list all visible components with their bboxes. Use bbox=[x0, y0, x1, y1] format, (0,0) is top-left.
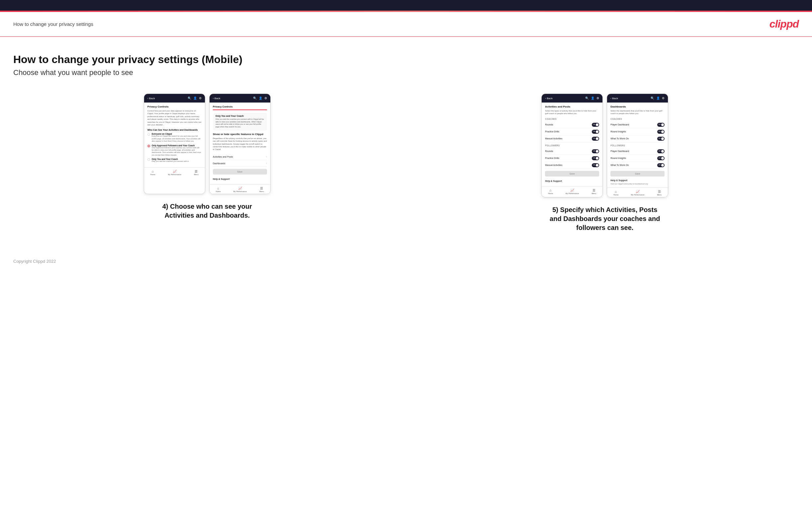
screen-3-back[interactable]: ‹ Back bbox=[545, 97, 553, 100]
search-icon-4[interactable]: 🔍 bbox=[651, 97, 654, 100]
nav-menu-4[interactable]: ☰ Menu bbox=[657, 190, 662, 196]
search-icon-3[interactable]: 🔍 bbox=[585, 97, 589, 100]
nav-home-label-1: Home bbox=[150, 174, 155, 175]
screen-1-back[interactable]: ‹ Back bbox=[147, 97, 155, 100]
toggle-switch-rounds-coaches[interactable]: ON bbox=[592, 123, 599, 127]
option-radio-everyone[interactable] bbox=[147, 133, 150, 136]
screen-3-save-btn[interactable]: Save bbox=[545, 171, 599, 176]
screen-4-back[interactable]: ‹ Back bbox=[610, 97, 618, 100]
toggle-switch-player-followers[interactable]: ON bbox=[657, 149, 665, 153]
toggle-switch-manual-followers[interactable]: ON bbox=[592, 163, 599, 167]
menu-label-dashboards: Dashboards bbox=[213, 162, 225, 165]
settings-icon-2[interactable]: ⚙ bbox=[264, 97, 267, 100]
screen-1: ‹ Back 🔍 👤 ⚙ Privacy Controls Control ho… bbox=[144, 94, 205, 194]
toggle-followers-drills[interactable]: Practice Drills ON bbox=[545, 155, 599, 162]
screen-3-coaches-label: COACHES bbox=[545, 118, 599, 120]
menu-icon-3: ☰ bbox=[593, 188, 596, 192]
toggle-switch-whattowork-coaches[interactable]: ON bbox=[657, 137, 665, 141]
toggle-switch-player-coaches[interactable]: ON bbox=[657, 123, 665, 127]
nav-home-2[interactable]: ⌂ Home bbox=[216, 186, 221, 192]
settings-icon-4[interactable]: ⚙ bbox=[662, 97, 665, 100]
screenshots-pair-2: ‹ Back 🔍 👤 ⚙ Activities and Posts Select… bbox=[541, 94, 668, 198]
toggle-label-whattowork-followers: What To Work On bbox=[610, 164, 629, 166]
menu-icon-4: ☰ bbox=[658, 190, 661, 193]
screen-1-section-desc: Control how you and your data appears to… bbox=[147, 110, 202, 126]
toggle-label-manual-coaches: Manual Activities bbox=[545, 137, 562, 140]
performance-icon-3: 📈 bbox=[570, 188, 574, 192]
nav-home-3[interactable]: ⌂ Home bbox=[548, 188, 553, 194]
screen-3-desc: Select the types of activity that you'd … bbox=[545, 110, 599, 115]
home-icon-2: ⌂ bbox=[217, 186, 219, 190]
screen-2-info-box: Only You and Your Coach Only you and the… bbox=[213, 113, 267, 130]
nav-menu-3[interactable]: ☰ Menu bbox=[592, 188, 596, 194]
menu-row-activities[interactable]: Activities and Posts › bbox=[213, 154, 267, 160]
settings-icon-3[interactable]: ⚙ bbox=[597, 97, 599, 100]
toggle-dash-coaches-roundinsights[interactable]: Round Insights ON bbox=[610, 128, 665, 135]
toggle-switch-whattowork-followers[interactable]: ON bbox=[657, 163, 665, 167]
toggle-coaches-rounds[interactable]: Rounds ON bbox=[545, 121, 599, 128]
profile-icon-3[interactable]: 👤 bbox=[591, 97, 595, 100]
nav-home-1[interactable]: ⌂ Home bbox=[150, 170, 155, 175]
nav-performance-1[interactable]: 📈 My Performance bbox=[168, 170, 181, 175]
option-row-everyone[interactable]: Everyone on Clippd Everyone on Clippd ca… bbox=[147, 133, 202, 143]
nav-menu-1[interactable]: ☰ Menu bbox=[194, 170, 199, 175]
search-icon[interactable]: 🔍 bbox=[188, 97, 191, 100]
screen-4-nav: ⌂ Home 📈 My Performance ☰ Menu bbox=[607, 187, 668, 197]
nav-home-4[interactable]: ⌂ Home bbox=[613, 190, 618, 196]
nav-menu-label-1: Menu bbox=[194, 174, 199, 175]
profile-icon-4[interactable]: 👤 bbox=[656, 97, 660, 100]
toggle-dash-coaches-whattowork[interactable]: What To Work On ON bbox=[610, 135, 665, 143]
toggle-dash-coaches-player[interactable]: Player Dashboard ON bbox=[610, 121, 665, 128]
page-subtitle: Choose what you want people to see bbox=[13, 68, 799, 77]
toggle-dash-followers-player[interactable]: Player Dashboard ON bbox=[610, 148, 665, 155]
toggle-label-drills-followers: Practice Drills bbox=[545, 157, 559, 159]
nav-performance-2[interactable]: 📈 My Performance bbox=[234, 186, 247, 192]
screen-2-back[interactable]: ‹ Back bbox=[213, 97, 220, 100]
logo: clippd bbox=[769, 18, 799, 30]
screen-2-save-btn[interactable]: Save bbox=[213, 169, 267, 174]
nav-home-label-4: Home bbox=[613, 194, 618, 196]
option-onlyyou-text: Only You and Your Coach Only you and the… bbox=[152, 158, 189, 163]
toggle-label-whattowork-coaches: What To Work On bbox=[610, 137, 629, 140]
screen-4-save-btn[interactable]: Save bbox=[610, 171, 665, 176]
profile-icon-2[interactable]: 👤 bbox=[259, 97, 262, 100]
profile-icon[interactable]: 👤 bbox=[193, 97, 197, 100]
nav-performance-label-3: My Performance bbox=[566, 192, 579, 194]
option-row-approved[interactable]: Only Approved Followers and Your Coach O… bbox=[147, 144, 202, 157]
toggle-switch-rounds-followers[interactable]: ON bbox=[592, 149, 599, 153]
toggle-switch-manual-coaches[interactable]: ON bbox=[592, 137, 599, 141]
toggle-switch-drills-coaches[interactable]: ON bbox=[592, 130, 599, 134]
toggle-switch-roundinsights-followers[interactable]: ON bbox=[657, 156, 665, 160]
screen-3-followers-label: FOLLOWERS bbox=[545, 144, 599, 147]
screen-3: ‹ Back 🔍 👤 ⚙ Activities and Posts Select… bbox=[541, 94, 603, 198]
option-everyone-text: Everyone on Clippd Everyone on Clippd ca… bbox=[152, 133, 202, 143]
option-radio-onlyyou[interactable] bbox=[147, 158, 150, 161]
home-icon-3: ⌂ bbox=[550, 188, 552, 192]
toggle-switch-drills-followers[interactable]: ON bbox=[592, 156, 599, 160]
nav-menu-2[interactable]: ☰ Menu bbox=[259, 186, 264, 192]
toggle-switch-roundinsights-coaches[interactable]: ON bbox=[657, 130, 665, 134]
screen-3-title: Activities and Posts bbox=[545, 105, 599, 108]
option-radio-approved[interactable] bbox=[147, 145, 150, 147]
toggle-coaches-drills[interactable]: Practice Drills ON bbox=[545, 128, 599, 135]
nav-menu-label-4: Menu bbox=[657, 194, 662, 196]
screen-1-header: ‹ Back 🔍 👤 ⚙ bbox=[144, 94, 205, 103]
nav-performance-4[interactable]: 📈 My Performance bbox=[631, 190, 644, 196]
search-icon-2[interactable]: 🔍 bbox=[253, 97, 257, 100]
screen-2-tab: Privacy Controls bbox=[213, 105, 267, 110]
toggle-followers-manual[interactable]: Manual Activities ON bbox=[545, 162, 599, 169]
toggle-coaches-manual[interactable]: Manual Activities ON bbox=[545, 135, 599, 143]
screen-2-nav: ⌂ Home 📈 My Performance ☰ Menu bbox=[210, 184, 270, 194]
nav-performance-3[interactable]: 📈 My Performance bbox=[566, 188, 579, 194]
option-row-onlyyou[interactable]: Only You and Your Coach Only you and the… bbox=[147, 158, 202, 163]
toggle-followers-rounds[interactable]: Rounds ON bbox=[545, 148, 599, 155]
nav-home-label-2: Home bbox=[216, 190, 221, 192]
screen-2: ‹ Back 🔍 👤 ⚙ Privacy Controls Only You a… bbox=[209, 94, 271, 194]
toggle-dash-followers-whattowork[interactable]: What To Work On ON bbox=[610, 162, 665, 169]
performance-icon-4: 📈 bbox=[636, 190, 640, 193]
toggle-label-roundinsights-followers: Round Insights bbox=[610, 157, 626, 159]
menu-row-dashboards[interactable]: Dashboards › bbox=[213, 160, 267, 167]
toggle-dash-followers-roundinsights[interactable]: Round Insights ON bbox=[610, 155, 665, 162]
toggle-label-player-followers: Player Dashboard bbox=[610, 150, 629, 152]
settings-icon[interactable]: ⚙ bbox=[199, 97, 202, 100]
